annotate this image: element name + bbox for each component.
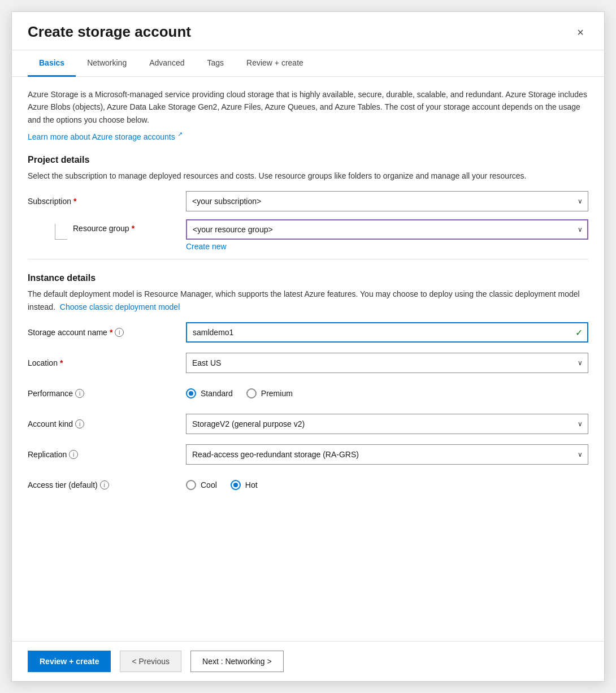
access-tier-cool-option[interactable]: Cool	[186, 480, 217, 490]
resource-group-row: Resource group * <your resource group> ∨…	[28, 219, 588, 251]
location-required-star: *	[60, 358, 63, 367]
location-label: Location *	[28, 358, 186, 367]
access-tier-field: Cool Hot	[186, 480, 588, 490]
subscription-label: Subscription *	[28, 197, 186, 206]
storage-name-label: Storage account name * i	[28, 328, 186, 337]
review-create-button[interactable]: Review + create	[28, 651, 111, 672]
resource-group-select[interactable]: <your resource group>	[186, 219, 588, 240]
resource-group-required-star: *	[132, 224, 135, 233]
instance-details-desc: The default deployment model is Resource…	[28, 288, 588, 313]
tab-tags[interactable]: Tags	[196, 50, 235, 77]
subscription-field: <your subscription> ∨	[186, 191, 588, 211]
project-details-section: Project details Select the subscription …	[28, 155, 588, 251]
access-tier-row: Access tier (default) i Cool Hot	[28, 475, 588, 495]
replication-select[interactable]: Read-access geo-redundant storage (RA-GR…	[186, 444, 588, 465]
replication-label: Replication i	[28, 450, 186, 459]
subscription-required-star: *	[73, 197, 76, 206]
storage-name-input-wrapper: ✓	[186, 322, 588, 343]
resource-group-connector	[55, 224, 67, 240]
next-networking-button[interactable]: Next : Networking >	[190, 651, 284, 672]
resource-group-select-wrapper: <your resource group> ∨	[186, 219, 588, 240]
account-kind-select[interactable]: StorageV2 (general purpose v2)	[186, 414, 588, 434]
tab-bar: Basics Networking Advanced Tags Review +…	[12, 50, 604, 77]
storage-name-info-icon[interactable]: i	[115, 328, 124, 337]
tab-networking[interactable]: Networking	[76, 50, 138, 77]
access-tier-label: Access tier (default) i	[28, 480, 186, 490]
access-tier-hot-radio[interactable]	[231, 480, 241, 490]
previous-button[interactable]: < Previous	[120, 651, 181, 672]
intro-description: Azure Storage is a Microsoft-managed ser…	[28, 88, 588, 126]
storage-name-row: Storage account name * i ✓	[28, 322, 588, 343]
instance-details-title: Instance details	[28, 273, 588, 283]
replication-field: Read-access geo-redundant storage (RA-GR…	[186, 444, 588, 465]
tab-basics[interactable]: Basics	[28, 50, 76, 77]
performance-field: Standard Premium	[186, 388, 588, 399]
learn-more-link[interactable]: Learn more about Azure storage accounts …	[28, 132, 183, 141]
access-tier-hot-option[interactable]: Hot	[231, 480, 258, 490]
project-details-title: Project details	[28, 155, 588, 165]
performance-premium-radio[interactable]	[246, 388, 257, 399]
access-tier-info-icon[interactable]: i	[100, 480, 109, 490]
storage-name-input[interactable]	[186, 322, 588, 343]
dialog-title: Create storage account	[28, 23, 191, 41]
project-details-desc: Select the subscription to manage deploy…	[28, 170, 588, 182]
resource-group-label-area: Resource group *	[28, 219, 186, 240]
tab-review-create[interactable]: Review + create	[235, 50, 315, 77]
create-new-link[interactable]: Create new	[186, 242, 227, 251]
close-button[interactable]: ×	[572, 24, 588, 40]
section-divider-1	[28, 259, 588, 259]
performance-premium-option[interactable]: Premium	[246, 388, 293, 399]
subscription-row: Subscription * <your subscription> ∨	[28, 191, 588, 211]
tab-advanced[interactable]: Advanced	[138, 50, 196, 77]
performance-standard-option[interactable]: Standard	[186, 388, 233, 399]
access-tier-cool-radio[interactable]	[186, 480, 196, 490]
account-kind-field: StorageV2 (general purpose v2) ∨	[186, 414, 588, 434]
performance-row: Performance i Standard Premium	[28, 383, 588, 404]
replication-row: Replication i Read-access geo-redundant …	[28, 444, 588, 465]
performance-info-icon[interactable]: i	[75, 389, 84, 398]
dialog-header: Create storage account ×	[12, 12, 604, 50]
subscription-select[interactable]: <your subscription>	[186, 191, 588, 211]
performance-standard-radio[interactable]	[186, 388, 196, 399]
resource-group-label: Resource group *	[73, 224, 135, 233]
account-kind-row: Account kind i StorageV2 (general purpos…	[28, 414, 588, 434]
resource-group-field-area: <your resource group> ∨ Create new	[186, 219, 588, 251]
replication-select-wrapper: Read-access geo-redundant storage (RA-GR…	[186, 444, 588, 465]
external-link-icon: ↗	[177, 131, 183, 137]
location-row: Location * East US ∨	[28, 353, 588, 373]
create-storage-dialog: Create storage account × Basics Networki…	[11, 11, 605, 682]
location-select-wrapper: East US ∨	[186, 353, 588, 373]
storage-name-required-star: *	[110, 328, 112, 337]
location-select[interactable]: East US	[186, 353, 588, 373]
dialog-footer: Review + create < Previous Next : Networ…	[12, 641, 604, 681]
performance-radio-group: Standard Premium	[186, 388, 588, 399]
subscription-select-wrapper: <your subscription> ∨	[186, 191, 588, 211]
access-tier-radio-group: Cool Hot	[186, 480, 588, 490]
account-kind-label: Account kind i	[28, 419, 186, 428]
main-content: Azure Storage is a Microsoft-managed ser…	[12, 77, 604, 641]
classic-deployment-link[interactable]: Choose classic deployment model	[60, 302, 180, 311]
account-kind-select-wrapper: StorageV2 (general purpose v2) ∨	[186, 414, 588, 434]
performance-label: Performance i	[28, 389, 186, 398]
location-field: East US ∨	[186, 353, 588, 373]
replication-info-icon[interactable]: i	[69, 450, 78, 459]
instance-details-section: Instance details The default deployment …	[28, 273, 588, 495]
account-kind-info-icon[interactable]: i	[75, 419, 84, 428]
storage-name-field: ✓	[186, 322, 588, 343]
